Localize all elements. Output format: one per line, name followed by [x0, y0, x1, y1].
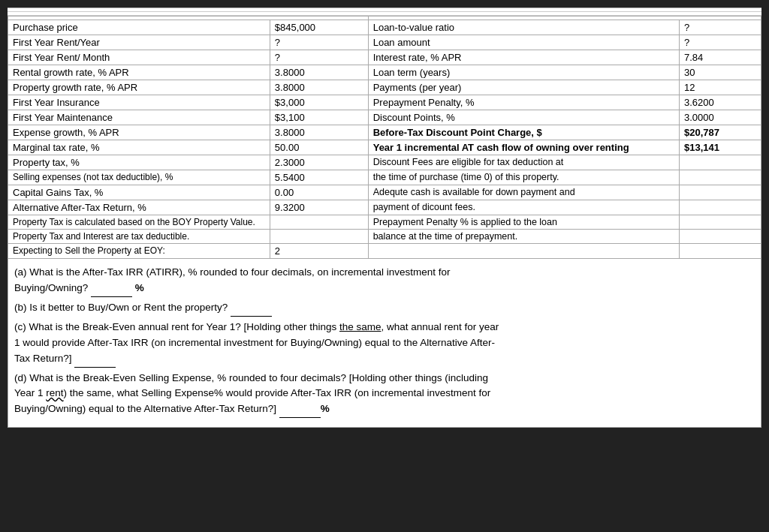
left-value-4: 3.8000: [270, 80, 368, 95]
right-value-14: [679, 230, 761, 244]
right-value-3: 30: [679, 65, 761, 80]
right-value-4: 12: [679, 80, 761, 95]
left-value-14: [270, 230, 368, 244]
data-table: Purchase price$845,000Loan-to-value rati…: [8, 16, 761, 259]
left-value-13: [270, 215, 368, 230]
right-label-3: Loan term (years): [368, 65, 679, 80]
left-label-0: Purchase price: [8, 20, 270, 35]
left-label-2: First Year Rent/ Month: [8, 50, 270, 65]
left-label-9: Property tax, %: [8, 155, 270, 170]
right-value-13: [679, 215, 761, 230]
right-label-12: payment of dicount fees.: [368, 200, 679, 215]
right-value-8: $13,141: [679, 140, 761, 155]
right-label-2: Interest rate, % APR: [368, 50, 679, 65]
left-value-6: $3,100: [270, 110, 368, 125]
left-value-5: $3,000: [270, 95, 368, 110]
left-value-8: 50.00: [270, 140, 368, 155]
right-label-6: Discount Points, %: [368, 110, 679, 125]
question-c: (c) What is the Break-Even annual rent f…: [14, 320, 755, 368]
right-value-2: 7.84: [679, 50, 761, 65]
left-label-6: First Year Maintenance: [8, 110, 270, 125]
right-label-15: [368, 244, 679, 259]
right-value-0: ?: [679, 20, 761, 35]
right-label-4: Payments (per year): [368, 80, 679, 95]
right-label-10: the time of purchase (time 0) of this pr…: [368, 170, 679, 185]
left-value-15: 2: [270, 244, 368, 259]
question-d: (d) What is the Break-Even Selling Expen…: [14, 371, 755, 419]
left-label-14: Property Tax and Interest are tax deduct…: [8, 230, 270, 244]
right-value-12: [679, 200, 761, 215]
left-value-9: 2.3000: [270, 155, 368, 170]
right-label-7: Before-Tax Discount Point Charge, $: [368, 125, 679, 140]
left-value-10: 5.5400: [270, 170, 368, 185]
left-label-12: Alternative After-Tax Return, %: [8, 200, 270, 215]
question-b: (b) Is it better to Buy/Own or Rent the …: [14, 300, 755, 317]
right-label-1: Loan amount: [368, 35, 679, 50]
left-label-10: Selling expenses (not tax deductible), %: [8, 170, 270, 185]
left-value-12: 9.3200: [270, 200, 368, 215]
right-label-13: Prepayment Penalty % is applied to the l…: [368, 215, 679, 230]
left-value-3: 3.8000: [270, 65, 368, 80]
right-label-9: Discount Fees are eligible for tax deduc…: [368, 155, 679, 170]
left-label-1: First Year Rent/Year: [8, 35, 270, 50]
right-value-1: ?: [679, 35, 761, 50]
right-label-8: Year 1 incremental AT cash flow of ownin…: [368, 140, 679, 155]
left-value-2: ?: [270, 50, 368, 65]
left-label-8: Marginal tax rate, %: [8, 140, 270, 155]
right-value-10: [679, 170, 761, 185]
right-value-9: [679, 155, 761, 170]
questions-area: (a) What is the After-Tax IRR (ATIRR), %…: [8, 259, 761, 428]
left-label-4: Property growth rate, % APR: [8, 80, 270, 95]
right-value-7: $20,787: [679, 125, 761, 140]
right-value-5: 3.6200: [679, 95, 761, 110]
left-label-11: Capital Gains Tax, %: [8, 185, 270, 200]
left-label-3: Rental growth rate, % APR: [8, 65, 270, 80]
left-value-7: 3.8000: [270, 125, 368, 140]
left-value-1: ?: [270, 35, 368, 50]
right-label-0: Loan-to-value ratio: [368, 20, 679, 35]
right-value-11: [679, 185, 761, 200]
right-label-5: Prepayment Penalty, %: [368, 95, 679, 110]
left-label-7: Expense growth, % APR: [8, 125, 270, 140]
left-label-5: First Year Insurance: [8, 95, 270, 110]
left-value-0: $845,000: [270, 20, 368, 35]
main-container: Purchase price$845,000Loan-to-value rati…: [8, 8, 761, 428]
question-a: (a) What is the After-Tax IRR (ATIRR), %…: [14, 265, 755, 297]
left-label-15: Expecting to Sell the Property at EOY:: [8, 244, 270, 259]
left-label-13: Property Tax is calculated based on the …: [8, 215, 270, 230]
right-label-14: balance at the time of prepayment.: [368, 230, 679, 244]
right-value-6: 3.0000: [679, 110, 761, 125]
right-value-15: [679, 244, 761, 259]
left-value-11: 0.00: [270, 185, 368, 200]
right-label-11: Adequte cash is available for down payme…: [368, 185, 679, 200]
